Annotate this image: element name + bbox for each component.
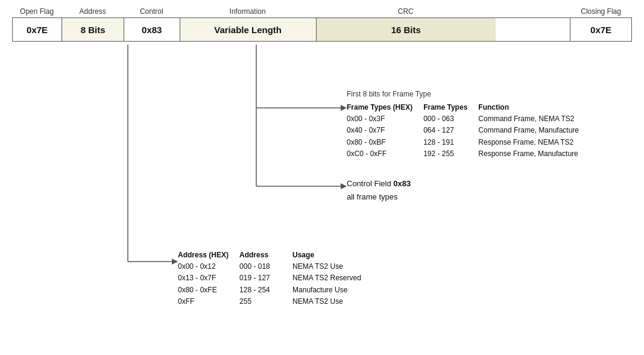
frame-spacer bbox=[496, 17, 570, 42]
svg-marker-8 bbox=[172, 259, 178, 265]
frame-information: Variable Length bbox=[180, 17, 316, 42]
frame-type-caption: First 8 bits for Frame Type bbox=[347, 90, 431, 101]
frame-types-hex-header: Frame Types (HEX) bbox=[347, 102, 412, 113]
addr-usage-col: Usage NEMA TS2 Use NEMA TS2 Reserved Man… bbox=[292, 250, 389, 307]
frame-types-func-row-1: Command Frame, NEMA TS2 bbox=[478, 113, 579, 125]
frame-types-dec-row-4: 192 - 255 bbox=[423, 148, 467, 160]
addr-hex-header: Address (HEX) bbox=[178, 250, 229, 261]
frame-types-dec-row-2: 064 - 127 bbox=[423, 125, 467, 136]
frame-types-dec-header: Frame Types bbox=[423, 102, 467, 113]
control-field-line2: all frame types bbox=[347, 190, 411, 204]
frame-types-hex-row-4: 0xC0 - 0xFF bbox=[347, 148, 412, 160]
col-header-control: Control bbox=[124, 7, 180, 17]
addr-dec-row-4: 255 bbox=[239, 296, 282, 307]
frame-types-func-row-3: Response Frame, NEMA TS2 bbox=[478, 137, 579, 148]
addr-dec-header: Address bbox=[239, 250, 282, 261]
svg-marker-5 bbox=[341, 183, 347, 189]
col-header-open-flag: Open Flag bbox=[12, 7, 62, 17]
frame-open-flag: 0x7E bbox=[12, 17, 62, 42]
frame-types-func-col: Function Command Frame, NEMA TS2 Command… bbox=[478, 102, 579, 160]
addr-usage-row-4: NEMA TS2 Use bbox=[292, 296, 389, 307]
address-table: Address (HEX) 0x00 - 0x12 0x13 - 0x7F 0x… bbox=[178, 250, 389, 307]
frame-types-hex-row-3: 0x80 - 0xBF bbox=[347, 137, 412, 148]
col-header-address: Address bbox=[62, 7, 124, 17]
frame-types-func-row-4: Response Frame, Manufacture bbox=[478, 148, 579, 160]
control-field-line1: Control Field 0x83 bbox=[347, 177, 411, 190]
frame-types-func-row-2: Command Frame, Manufacture bbox=[478, 125, 579, 136]
col-header-closing: Closing Flag bbox=[570, 7, 632, 17]
diagram-container: Open Flag Address Control Information CR… bbox=[0, 0, 644, 355]
frame-types-hex-col: Frame Types (HEX) 0x00 - 0x3F 0x40 - 0x7… bbox=[347, 102, 412, 160]
frame-types-dec-row-1: 000 - 063 bbox=[423, 113, 467, 125]
addr-dec-col: Address 000 - 018 019 - 127 128 - 254 25… bbox=[239, 250, 282, 307]
addr-dec-row-2: 019 - 127 bbox=[239, 272, 282, 284]
frame-types-dec-row-3: 128 - 191 bbox=[423, 137, 467, 148]
frame-closing: 0x7E bbox=[570, 17, 632, 42]
addr-dec-row-1: 000 - 018 bbox=[239, 261, 282, 272]
addr-usage-row-2: NEMA TS2 Reserved bbox=[292, 272, 389, 284]
addr-hex-col: Address (HEX) 0x00 - 0x12 0x13 - 0x7F 0x… bbox=[178, 250, 229, 307]
addr-hex-row-2: 0x13 - 0x7F bbox=[178, 272, 229, 284]
col-header-crc: CRC bbox=[316, 7, 496, 17]
addr-usage-row-1: NEMA TS2 Use bbox=[292, 261, 389, 272]
frame-types-func-header: Function bbox=[478, 102, 579, 113]
frame-control: 0x83 bbox=[124, 17, 180, 42]
frame-types-hex-row-1: 0x00 - 0x3F bbox=[347, 113, 412, 125]
frame-types-dec-col: Frame Types 000 - 063 064 - 127 128 - 19… bbox=[423, 102, 467, 160]
frame-types-table: Frame Types (HEX) 0x00 - 0x3F 0x40 - 0x7… bbox=[347, 102, 579, 160]
addr-hex-row-4: 0xFF bbox=[178, 296, 229, 307]
frame-crc: 16 Bits bbox=[316, 17, 496, 42]
frame-types-hex-row-2: 0x40 - 0x7F bbox=[347, 125, 412, 136]
col-header-spacer bbox=[496, 7, 570, 17]
addr-hex-row-1: 0x00 - 0x12 bbox=[178, 261, 229, 272]
content-area: First 8 bits for Frame Type Frame Types … bbox=[12, 45, 632, 334]
addr-usage-row-3: Manufacture Use bbox=[292, 284, 389, 296]
addr-dec-row-3: 128 - 254 bbox=[239, 284, 282, 296]
col-header-information: Information bbox=[180, 7, 316, 17]
addr-usage-header: Usage bbox=[292, 250, 389, 261]
frame-address: 8 Bits bbox=[62, 17, 124, 42]
frame-row: 0x7E 8 Bits 0x83 Variable Length 16 Bits… bbox=[12, 17, 632, 42]
control-field-block: Control Field 0x83 all frame types bbox=[347, 177, 411, 204]
addr-hex-row-3: 0x80 - 0xFE bbox=[178, 284, 229, 296]
header-row: Open Flag Address Control Information CR… bbox=[12, 7, 632, 17]
svg-marker-2 bbox=[341, 105, 347, 111]
